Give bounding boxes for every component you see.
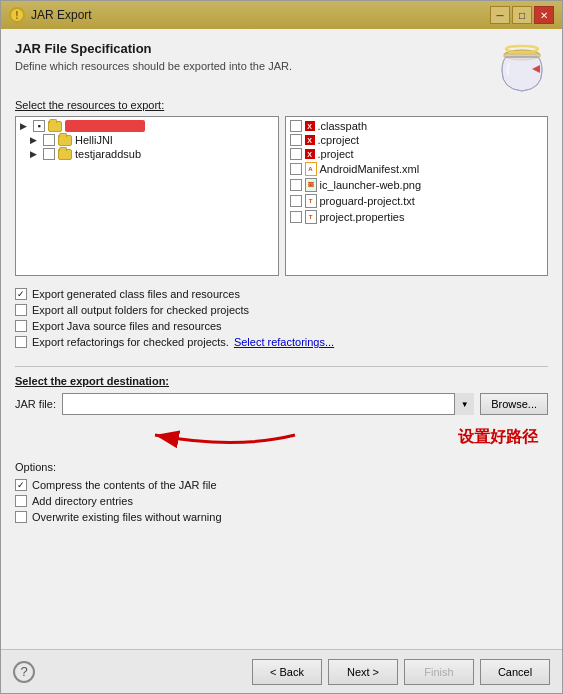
export-opt-row-1: Export generated class files and resourc… [15,286,548,302]
overwrite-label: Overwrite existing files without warning [32,511,222,523]
jar-export-window: ! JAR Export ─ □ ✕ JAR File Specificatio… [0,0,563,694]
file-label-4: AndroidManifest.xml [320,163,420,175]
checkbox-3[interactable] [43,148,55,160]
resources-label: Select the resources to export: [15,99,548,111]
file-item-classpath[interactable]: X .classpath [288,119,546,133]
img-icon: 🖼 [305,178,317,192]
file-label-7: project.properties [320,211,405,223]
txt-icon-1: T [305,194,317,208]
footer-buttons: < Back Next > Finish Cancel [252,659,550,685]
minimize-button[interactable]: ─ [490,6,510,24]
tree-label-3: testjaraddsub [75,148,141,160]
file-label-3: .project [318,148,354,160]
dropdown-arrow-icon[interactable]: ▼ [454,393,474,415]
file-checkbox-5[interactable] [290,179,302,191]
file-panel[interactable]: X .classpath X .cproject X .project A An… [285,116,549,276]
arrow-svg [75,415,335,455]
header-row: JAR File Specification Define which reso… [15,41,548,99]
tree-panel[interactable]: ▶ ▶ HelliJNI ▶ testjaraddsub [15,116,279,276]
txt-icon-2: T [305,210,317,224]
title-bar-left: ! JAR Export [9,7,92,23]
file-checkbox-6[interactable] [290,195,302,207]
tree-item-1[interactable]: ▶ [18,119,276,133]
next-button[interactable]: Next > [328,659,398,685]
page-description: Define which resources should be exporte… [15,60,292,72]
cancel-button[interactable]: Cancel [480,659,550,685]
compress-checkbox[interactable] [15,479,27,491]
directory-label: Add directory entries [32,495,133,507]
compress-label: Compress the contents of the JAR file [32,479,217,491]
title-bar-controls: ─ □ ✕ [490,6,554,24]
browse-button[interactable]: Browse... [480,393,548,415]
export-opt-label-4: Export refactorings for checked projects… [32,336,229,348]
export-opt-checkbox-1[interactable] [15,288,27,300]
maximize-button[interactable]: □ [512,6,532,24]
directory-row: Add directory entries [15,493,548,509]
file-checkbox-2[interactable] [290,134,302,146]
jar-file-label: JAR file: [15,398,56,410]
directory-checkbox[interactable] [15,495,27,507]
export-opt-row-3: Export Java source files and resources [15,318,548,334]
finish-button[interactable]: Finish [404,659,474,685]
file-item-proguard[interactable]: T proguard-project.txt [288,193,546,209]
export-options-section: Export generated class files and resourc… [15,286,548,350]
footer: ? < Back Next > Finish Cancel [1,649,562,693]
back-button[interactable]: < Back [252,659,322,685]
file-item-projectprops[interactable]: T project.properties [288,209,546,225]
expand-icon-2[interactable]: ▶ [30,135,40,145]
content-area: JAR File Specification Define which reso… [1,29,562,649]
folder-icon-2 [58,135,72,146]
checkbox-1[interactable] [33,120,45,132]
x-icon-2: X [305,135,315,145]
overwrite-checkbox[interactable] [15,511,27,523]
export-opt-label-1: Export generated class files and resourc… [32,288,240,300]
file-item-androidmanifest[interactable]: A AndroidManifest.xml [288,161,546,177]
export-opt-checkbox-2[interactable] [15,304,27,316]
xml-icon: A [305,162,317,176]
file-checkbox-1[interactable] [290,120,302,132]
export-opt-label-2: Export all output folders for checked pr… [32,304,249,316]
checkbox-2[interactable] [43,134,55,146]
jar-file-input[interactable] [62,393,474,415]
help-button[interactable]: ? [13,661,35,683]
file-item-cproject[interactable]: X .cproject [288,133,546,147]
file-item-project[interactable]: X .project [288,147,546,161]
expand-icon-3[interactable]: ▶ [30,149,40,159]
file-label-1: .classpath [318,120,368,132]
resources-panels: ▶ ▶ HelliJNI ▶ testjaraddsub [15,116,548,276]
title-bar: ! JAR Export ─ □ ✕ [1,1,562,29]
export-opt-row-4: Export refactorings for checked projects… [15,334,548,350]
annotation-text: 设置好路径 [458,427,538,448]
app-icon: ! [9,7,25,23]
folder-icon-1 [48,121,62,132]
window-title: JAR Export [31,8,92,22]
destination-label: Select the export destination: [15,375,548,387]
tree-item-2[interactable]: ▶ HelliJNI [28,133,276,147]
file-checkbox-3[interactable] [290,148,302,160]
divider-1 [15,366,548,367]
jar-file-row: JAR file: ▼ Browse... [15,393,548,415]
select-refactorings-link[interactable]: Select refactorings... [234,336,334,348]
file-checkbox-4[interactable] [290,163,302,175]
export-opt-checkbox-3[interactable] [15,320,27,332]
jar-input-wrapper: ▼ [62,393,474,415]
close-button[interactable]: ✕ [534,6,554,24]
file-item-iclauncher[interactable]: 🖼 ic_launcher-web.png [288,177,546,193]
tree-item-3[interactable]: ▶ testjaraddsub [28,147,276,161]
annotation-area: 设置好路径 [15,423,548,459]
redacted-label [65,120,145,132]
export-opt-row-2: Export all output folders for checked pr… [15,302,548,318]
compress-row: Compress the contents of the JAR file [15,477,548,493]
overwrite-row: Overwrite existing files without warning [15,509,548,525]
jar-graphic [496,41,548,99]
file-label-2: .cproject [318,134,360,146]
header-text: JAR File Specification Define which reso… [15,41,292,82]
file-checkbox-7[interactable] [290,211,302,223]
x-icon-3: X [305,149,315,159]
export-opt-checkbox-4[interactable] [15,336,27,348]
file-label-5: ic_launcher-web.png [320,179,422,191]
tree-label-2: HelliJNI [75,134,113,146]
expand-icon-1[interactable]: ▶ [20,121,30,131]
folder-icon-3 [58,149,72,160]
svg-point-2 [506,46,538,52]
